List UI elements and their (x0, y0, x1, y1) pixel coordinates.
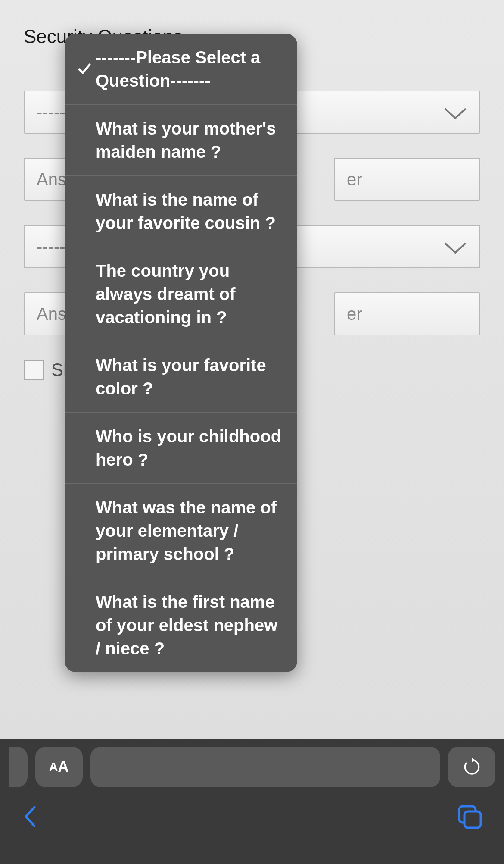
toolbar-top: AA (0, 739, 504, 795)
dropdown-option-3[interactable]: The country you always dreamt of vacatio… (65, 247, 297, 341)
large-a: A (58, 758, 69, 776)
dropdown-option-text: What is your mother's maiden name ? (96, 117, 287, 163)
text-size-button[interactable]: AA (35, 747, 83, 787)
answer2-right-text: er (347, 304, 362, 324)
dropdown-option-1[interactable]: What is your mother's maiden name ? (65, 105, 297, 176)
toolbar-left-pill[interactable] (9, 747, 28, 787)
show-checkbox[interactable] (24, 360, 44, 380)
dropdown-option-text: Who is your childhood hero ? (96, 425, 287, 471)
select2-placeholder: ----- (37, 237, 65, 257)
check-slot (73, 62, 96, 76)
dropdown-option-text: What is the name of your favorite cousin… (96, 188, 287, 235)
dropdown-option-text: What is the first name of your eldest ne… (96, 590, 287, 660)
dropdown-option-0[interactable]: -------Please Select a Question------- (65, 34, 297, 105)
dropdown-option-5[interactable]: Who is your childhood hero ? (65, 413, 297, 484)
toolbar-bottom (0, 795, 504, 864)
tabs-button[interactable] (457, 804, 482, 830)
url-bar[interactable] (90, 747, 440, 787)
answer1-right-text: er (347, 170, 362, 189)
chevron-down-icon (443, 240, 467, 254)
svg-rect-1 (464, 811, 481, 828)
checkmark-icon (78, 62, 91, 76)
dropdown-option-text: The country you always dreamt of vacatio… (96, 259, 287, 329)
dropdown-option-2[interactable]: What is the name of your favorite cousin… (65, 176, 297, 247)
dropdown-option-text: What was the name of your elementary / p… (96, 496, 287, 566)
dropdown-option-6[interactable]: What was the name of your elementary / p… (65, 484, 297, 578)
chevron-down-icon (443, 105, 467, 119)
dropdown-option-text: What is your favorite color ? (96, 354, 287, 400)
select1-placeholder: ----- (37, 103, 65, 122)
answer1-input-right[interactable]: er (334, 158, 480, 201)
browser-toolbar: AA (0, 739, 504, 864)
reload-icon (462, 758, 481, 776)
dropdown-option-4[interactable]: What is your favorite color ? (65, 341, 297, 413)
back-button[interactable] (22, 804, 39, 830)
dropdown-option-text: -------Please Select a Question------- (96, 46, 287, 92)
reload-button[interactable] (448, 747, 495, 787)
small-a: A (49, 760, 58, 774)
question-dropdown-popup: -------Please Select a Question------- W… (65, 34, 297, 672)
answer2-input-right[interactable]: er (334, 292, 480, 335)
dropdown-option-7[interactable]: What is the first name of your eldest ne… (65, 578, 297, 672)
